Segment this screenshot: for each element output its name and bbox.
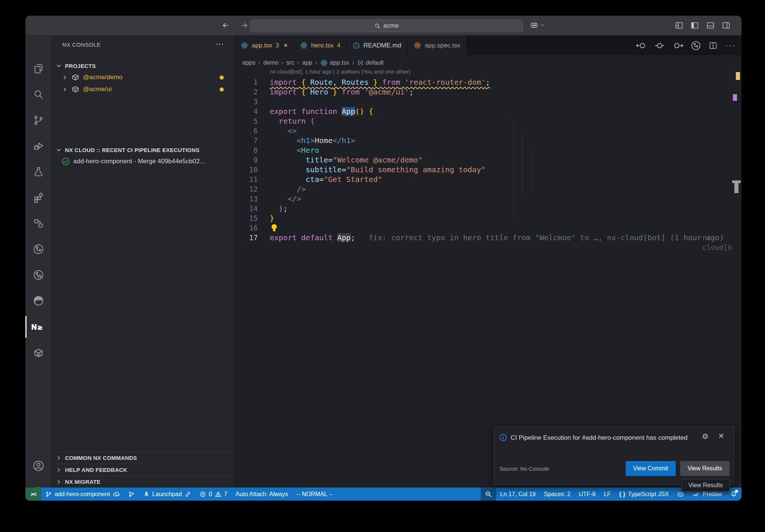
code-line[interactable]: 11 cta="Get Started" [235,174,741,184]
code-line[interactable]: 4export function App() { [235,106,741,116]
tab-README.md[interactable]: README.md [347,35,408,55]
customize-layout-button[interactable] [674,21,684,30]
remote-indicator[interactable]: >< [25,488,41,501]
activity-item-git-graph[interactable] [31,242,46,256]
git-branch[interactable]: add-hero-component [41,488,124,501]
code-line[interactable]: 6 <> [235,126,741,136]
git-graph-button[interactable] [124,488,139,501]
next-revision-button[interactable] [672,41,683,50]
codelens-blame[interactable]: nx-cloud[bot], 1 hour ago | 2 authors (Y… [270,68,411,77]
arrow-right-icon [240,21,248,30]
code-line[interactable]: 16 [235,223,741,233]
section-title: PROJECTS [65,63,96,69]
window-close-button[interactable] [32,24,38,29]
line-content: return ( [270,116,315,126]
tab-app.tsx[interactable]: app.tsx3× [235,35,294,55]
problems-label2: 7 [224,491,227,498]
current-revision-button[interactable] [655,41,665,50]
breadcrumb-item[interactable]: demo [263,59,278,66]
project-tree-item[interactable]: @acme/ui [51,83,234,95]
split-editor-button[interactable] [709,41,718,50]
view-commit-button[interactable]: View Commit [626,461,676,476]
activity-item-run-debug[interactable] [31,139,46,153]
pipeline-execution-item[interactable]: add-hero-component - Merge 409b44e5cb02.… [51,155,234,167]
window-zoom-button[interactable] [50,24,56,29]
window-minimize-button[interactable] [41,24,47,29]
view-results-button[interactable]: View Results [680,461,730,476]
previous-revision-button[interactable] [636,41,647,50]
code-line[interactable]: 8 <Hero [235,145,741,155]
collapsed-section-help-and-feedback[interactable]: HELP AND FEEDBACK [51,464,234,476]
project-tree-item[interactable]: @acme/demo [51,71,234,83]
line-content: /> [270,184,306,194]
activity-item-source-control[interactable] [31,113,46,127]
code-line[interactable]: 7 <h1>Home</h1> [235,136,741,145]
zoom-button[interactable] [481,488,496,501]
tab-hero.tsx[interactable]: hero.tsx4 [294,35,347,55]
activity-item-commit-search[interactable] [31,268,46,282]
line-content: export default App; fix: correct typo in… [270,233,724,242]
activity-item-extensions[interactable] [31,191,46,205]
code-line[interactable]: 9 title="Welcome @acme/demo" [235,155,741,165]
file-history-button[interactable] [691,40,701,51]
language-mode[interactable]: { }TypeScript JSX [615,488,673,501]
tab-close-icon[interactable]: × [284,42,288,49]
problems[interactable]: 07 [195,488,232,501]
code-line[interactable]: 5 return ( [235,116,741,126]
toggle-primary-sidebar-button[interactable] [690,21,700,30]
chevron-down-icon [56,63,62,69]
code-line[interactable]: 3 [235,97,741,106]
activity-item-nx-console[interactable]: N≥ [31,320,46,334]
collapsed-sections: COMMON NX COMMANDSHELP AND FEEDBACKNX MI… [51,452,234,488]
cursor-position[interactable]: Ln 17, Col 19 [496,488,540,501]
activity-item-edge-devtools[interactable] [31,294,46,308]
navigate-back-button[interactable] [220,20,231,31]
code-line[interactable]: 17export default App; fix: correct typo … [235,233,741,242]
command-center-search[interactable]: acme [250,19,523,32]
projects-section-header[interactable]: PROJECTS [51,60,234,71]
auto-attach[interactable]: Auto Attach: Always [232,488,292,501]
activity-item-containers[interactable] [31,346,46,360]
code-line[interactable]: 14 ); [235,204,741,213]
notification-settings-gear-icon[interactable]: ⚙ [702,432,709,441]
indentation[interactable]: Spaces: 2 [540,488,574,501]
toggle-panel-button[interactable] [706,21,715,30]
breadcrumb-item[interactable]: app.tsx [320,59,349,67]
activity-item-search[interactable] [31,87,46,102]
eol[interactable]: LF [600,488,615,501]
check-circle-icon [62,157,70,166]
collapsed-section-common-nx-commands[interactable]: COMMON NX COMMANDS [51,452,234,464]
bell-icon [730,491,737,498]
breadcrumb-item[interactable]: apps [242,59,255,66]
copilot-menu[interactable] [530,21,545,30]
breadcrumb-item[interactable]: src [286,59,294,66]
breadcrumb-item[interactable]: app [302,59,312,66]
activity-item-testing[interactable] [31,165,46,179]
more-actions-button[interactable]: ··· [725,41,735,50]
toggle-secondary-sidebar-button[interactable] [721,21,731,30]
tab-app.spec.tsx[interactable]: app.spec.tsx [408,35,467,55]
quick-fix-lightbulb-icon[interactable] [270,224,278,232]
launchpad[interactable]: Launchpad [139,488,195,501]
line-content: </> [270,194,301,204]
activity-item-explorer[interactable] [31,62,46,76]
code-line[interactable]: 15} [235,213,741,223]
notification-close-icon[interactable]: ✕ [718,432,724,440]
vim-mode[interactable]: -- NORMAL -- [292,488,337,501]
code-area[interactable]: 1import { Route, Routes } from 'react-ro… [235,77,741,242]
breadcrumb-item[interactable]: default [357,59,384,66]
activity-item-account[interactable] [31,459,46,473]
nx-cloud-section-header[interactable]: NX CLOUD :: RECENT CI PIPELINE EXECUTION… [51,144,234,155]
code-line[interactable]: 10 subtitle="Build something amazing tod… [235,165,741,174]
encoding[interactable]: UTF-8 [574,488,600,501]
launchpad-label: Launchpad [152,491,182,498]
activity-item-references[interactable] [31,216,46,231]
nx-cloud-section: NX CLOUD :: RECENT CI PIPELINE EXECUTION… [51,141,234,167]
sidebar-more-actions-button[interactable]: ⋯ [216,39,224,49]
navigate-forward-button[interactable] [239,20,250,31]
code-line[interactable]: 1import { Route, Routes } from 'react-ro… [235,77,741,87]
code-line[interactable]: 12 /> [235,184,741,194]
code-line[interactable]: 2import { Hero } from '@acme/ui'; [235,87,741,97]
collapsed-section-nx-migrate[interactable]: NX MIGRATE [51,476,234,488]
code-line[interactable]: 13 </> [235,194,741,204]
